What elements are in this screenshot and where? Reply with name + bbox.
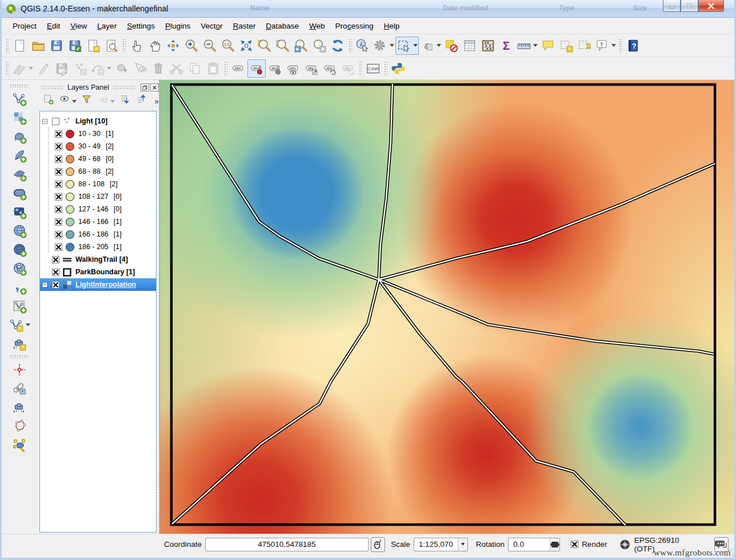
class-visibility-checkbox[interactable] bbox=[55, 155, 62, 163]
legend-class-row[interactable]: 68 - 88[2] bbox=[49, 165, 156, 178]
layer-visibility-checkbox[interactable] bbox=[52, 256, 59, 263]
scale-combo[interactable]: 1:125,070 bbox=[414, 538, 468, 551]
legend-class-row[interactable]: 88 - 108[2] bbox=[49, 178, 156, 190]
map-canvas[interactable] bbox=[159, 80, 734, 534]
class-visibility-checkbox[interactable] bbox=[55, 218, 62, 226]
layer-row-parkboundary[interactable]: ParkBoundary [1] bbox=[40, 266, 156, 278]
legend-class-row[interactable]: 108 - 127[0] bbox=[49, 190, 156, 203]
run-feature-action-button[interactable] bbox=[372, 37, 395, 55]
map-tips-button[interactable] bbox=[539, 37, 557, 55]
save-project-button[interactable] bbox=[47, 37, 66, 55]
toolbar-grip[interactable] bbox=[349, 38, 352, 53]
add-mssql-layer-button[interactable] bbox=[7, 165, 32, 183]
menu-edit[interactable]: Edit bbox=[42, 19, 65, 33]
deselect-all-button[interactable] bbox=[442, 37, 461, 55]
add-db2-layer-button[interactable] bbox=[7, 202, 32, 221]
layer-row-walkingtrail[interactable]: WalkingTrail [4] bbox=[40, 253, 156, 266]
expand-all-button[interactable] bbox=[118, 94, 132, 108]
collapse-all-button[interactable] bbox=[134, 94, 149, 108]
highlight-pinned-labels-button[interactable]: abc bbox=[266, 59, 284, 78]
layer-row-light[interactable]: −Light [10] bbox=[40, 115, 156, 127]
field-calculator-button[interactable] bbox=[479, 37, 497, 55]
toolbar-grip[interactable] bbox=[359, 61, 362, 76]
add-wcs-layer-button[interactable] bbox=[7, 240, 32, 259]
pin-unpin-labels-button[interactable]: abc bbox=[247, 59, 266, 78]
composer-manager-button[interactable] bbox=[102, 37, 121, 55]
menu-settings[interactable]: Settings bbox=[122, 19, 160, 33]
layer-labeling-options-button[interactable]: abc bbox=[229, 59, 247, 78]
class-visibility-checkbox[interactable] bbox=[55, 193, 62, 201]
help-button[interactable]: ? bbox=[624, 37, 642, 55]
maximize-button[interactable] bbox=[681, 0, 698, 12]
new-bookmark-button[interactable]: * bbox=[557, 37, 575, 55]
filter-legend-button[interactable] bbox=[80, 94, 94, 108]
interpolation-plugin-button[interactable] bbox=[7, 435, 32, 454]
layers-panel-header[interactable]: Layers Panel bbox=[37, 81, 159, 94]
add-wfs-layer-button[interactable] bbox=[7, 259, 32, 278]
toolbar-grip[interactable] bbox=[122, 38, 126, 53]
class-visibility-checkbox[interactable] bbox=[55, 168, 62, 175]
manage-layer-visibility-button[interactable] bbox=[58, 94, 78, 108]
resize-grip[interactable] bbox=[725, 549, 734, 558]
add-delimited-text-layer-button[interactable]: , bbox=[7, 278, 32, 297]
legend-class-row[interactable]: 49 - 68[0] bbox=[49, 153, 156, 165]
rotation-up-button[interactable] bbox=[550, 538, 559, 545]
legend-class-row[interactable]: 146 - 166[1] bbox=[49, 215, 156, 228]
legend-class-row[interactable]: 166 - 186[1] bbox=[49, 228, 156, 241]
panel-float-button[interactable] bbox=[141, 83, 149, 91]
layer-visibility-checkbox[interactable] bbox=[52, 269, 59, 276]
scale-dropdown-button[interactable] bbox=[458, 538, 467, 551]
class-visibility-checkbox[interactable] bbox=[55, 143, 62, 150]
add-raster-layer-button[interactable] bbox=[7, 108, 32, 127]
menu-raster[interactable]: Raster bbox=[228, 19, 261, 33]
rotation-spinner[interactable]: 0.0 bbox=[508, 538, 560, 551]
collapse-icon[interactable]: − bbox=[42, 119, 47, 124]
zoom-out-button[interactable] bbox=[201, 37, 219, 55]
save-project-as-button[interactable] bbox=[66, 37, 84, 55]
legend-class-row[interactable]: 30 - 49[2] bbox=[49, 140, 156, 153]
class-visibility-checkbox[interactable] bbox=[55, 181, 62, 188]
osm-place-search-button[interactable]: a+ bbox=[7, 379, 32, 398]
add-vector-layer-button[interactable] bbox=[7, 89, 32, 108]
panel-close-button[interactable] bbox=[150, 83, 159, 91]
add-postgis-layer-button[interactable] bbox=[7, 127, 32, 146]
toolbar-grip[interactable] bbox=[619, 38, 622, 53]
zoom-native-button[interactable]: 1:1 bbox=[219, 37, 237, 55]
toolbar-grip[interactable] bbox=[10, 355, 29, 358]
new-project-button[interactable] bbox=[11, 37, 29, 55]
toolbar-grip[interactable] bbox=[10, 84, 29, 87]
python-console-button[interactable] bbox=[389, 59, 407, 78]
title-bar[interactable]: QGIS 2.14.0-Essen - makerchallengefinal … bbox=[0, 0, 736, 18]
show-hide-labels-button[interactable]: abc bbox=[284, 59, 302, 78]
pan-map-button[interactable] bbox=[146, 37, 164, 55]
touch-zoom-pan-button[interactable] bbox=[127, 37, 146, 55]
close-button[interactable] bbox=[698, 0, 724, 12]
gps-tools-button[interactable] bbox=[7, 398, 32, 417]
panel-toolbar-overflow[interactable]: » bbox=[154, 97, 159, 106]
statistical-summary-button[interactable]: Σ bbox=[497, 37, 515, 55]
refresh-map-button[interactable] bbox=[329, 37, 347, 55]
menu-web[interactable]: Web bbox=[304, 19, 330, 33]
recenter-tool-button[interactable] bbox=[7, 360, 32, 379]
minimize-button[interactable] bbox=[663, 0, 681, 12]
zoom-full-button[interactable] bbox=[237, 37, 255, 55]
toggle-extents-mouse-button[interactable] bbox=[371, 537, 385, 552]
menu-database[interactable]: Database bbox=[261, 19, 304, 33]
freehand-select-plugin-button[interactable] bbox=[7, 417, 32, 435]
expand-icon[interactable]: + bbox=[42, 282, 47, 287]
move-label-button[interactable]: abc bbox=[302, 59, 321, 78]
class-visibility-checkbox[interactable] bbox=[55, 243, 62, 251]
identify-features-button[interactable]: i bbox=[354, 37, 372, 55]
measure-button[interactable] bbox=[515, 37, 539, 55]
zoom-last-button[interactable] bbox=[292, 37, 310, 55]
rotate-label-button[interactable]: abc bbox=[321, 59, 339, 78]
menu-view[interactable]: View bbox=[65, 19, 92, 33]
add-spatialite-layer-button[interactable] bbox=[7, 146, 32, 165]
coordinate-input[interactable] bbox=[205, 538, 369, 551]
show-bookmarks-button[interactable] bbox=[575, 37, 594, 55]
toolbar-grip[interactable] bbox=[6, 61, 9, 76]
add-oracle-layer-button[interactable] bbox=[7, 183, 32, 202]
layer-row-lightinterpolation[interactable]: +LightInterpolation bbox=[40, 278, 156, 291]
legend-class-row[interactable]: 186 - 205[1] bbox=[49, 241, 156, 253]
menu-project[interactable]: Project bbox=[7, 19, 42, 33]
